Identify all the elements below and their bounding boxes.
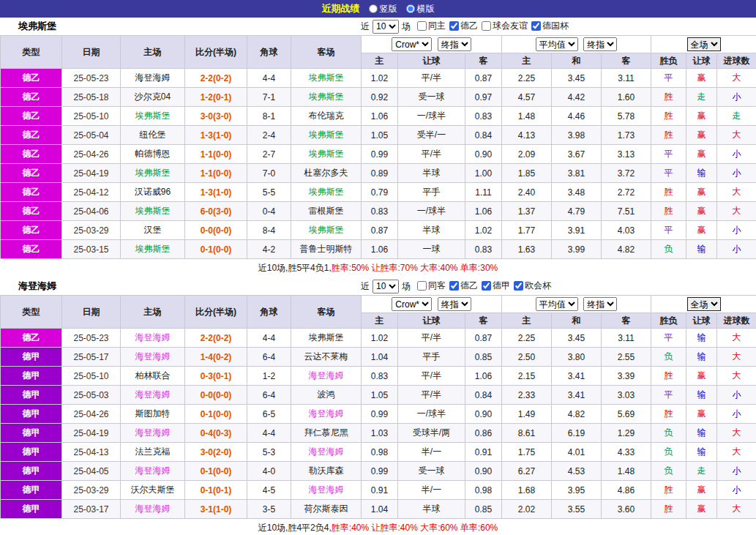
result-goals: 大 [717, 500, 756, 519]
result-outcome: 胜 [651, 107, 686, 126]
handicap-line: 受一球 [398, 88, 465, 107]
col-avg-away: 客 [602, 53, 651, 69]
col-odds-handicap: 让球 [398, 53, 465, 69]
avg-home-odds: 2.25 [502, 329, 552, 348]
avg-draw-odds: 4.53 [552, 462, 602, 481]
competition-label: 德甲 [493, 280, 510, 292]
away-team-cell: 布伦瑞克 [291, 107, 362, 126]
avg-home-odds: 1.48 [502, 107, 552, 126]
filter-controls: 近 10 场 同主德乙球会友谊德国杯 [361, 20, 569, 34]
filter-option-同主[interactable]: 同主 [417, 20, 446, 32]
home-team-cell: 帕德博恩 [121, 145, 185, 164]
match-count-select[interactable]: 10 [373, 280, 399, 293]
col-date: 日期 [62, 36, 121, 69]
filter-option-球会友谊[interactable]: 球会友谊 [482, 20, 528, 32]
date-cell: 25-04-06 [62, 202, 121, 221]
handicap-home-odds: 1.06 [362, 240, 398, 259]
corner-cell: 4-4 [247, 424, 291, 443]
match-row: 德乙25-03-15埃弗斯堡0-1(0-0)4-2普鲁士明斯特1.06一球0.8… [1, 240, 756, 259]
away-team-cell: 波鸿 [291, 386, 362, 405]
home-team-cell: 海登海姆 [121, 348, 185, 367]
average-time-select[interactable]: 终指 [583, 297, 617, 311]
match-row: 德甲25-03-17海登海姆3-1(1-0)3-5荷尔斯泰因1.04半球0.85… [1, 500, 756, 519]
handicap-line: 半球 [398, 500, 465, 519]
team-name: 海登海姆 [0, 280, 361, 293]
filter-option-欧会杯[interactable]: 欧会杯 [514, 280, 551, 292]
result-outcome: 平 [651, 69, 686, 88]
avg-away-odds: 3.13 [602, 145, 651, 164]
result-goals: 小 [717, 386, 756, 405]
match-row: 德乙25-05-04纽伦堡1-3(1-0)2-4埃弗斯堡1.05受半/一0.84… [1, 126, 756, 145]
summary-record: 近10场,胜5平4负1, [258, 262, 332, 274]
horizontal-radio[interactable] [406, 4, 415, 13]
handicap-home-odds: 1.06 [362, 107, 398, 126]
home-team-cell: 汉堡 [121, 221, 185, 240]
avg-home-odds: 4.57 [502, 88, 552, 107]
filter-option-德乙[interactable]: 德乙 [449, 20, 478, 32]
handicap-odds-header: Crow* 终指 [362, 36, 502, 53]
score-cell: 0-3(0-1) [185, 367, 247, 386]
competition-checkbox[interactable] [417, 21, 427, 31]
odds-provider-select[interactable]: Crow* [392, 37, 432, 51]
avg-away-odds: 4.03 [602, 221, 651, 240]
filter-option-同客[interactable]: 同客 [417, 280, 446, 292]
handicap-away-odds: 1.06 [465, 202, 502, 221]
score-cell: 1-4(0-2) [185, 348, 247, 367]
odds-time-select[interactable]: 终指 [438, 297, 471, 311]
competition-checkbox[interactable] [482, 281, 491, 291]
date-cell: 25-03-29 [62, 481, 121, 500]
result-outcome: 胜 [651, 405, 686, 424]
filter-option-德甲[interactable]: 德甲 [482, 280, 510, 292]
layout-option-vertical[interactable]: 竖版 [369, 3, 397, 15]
corner-cell: 4-2 [247, 240, 291, 259]
home-team-cell: 埃弗斯堡 [121, 164, 185, 183]
average-select[interactable]: 平均值 [536, 37, 578, 51]
average-select[interactable]: 平均值 [536, 297, 578, 311]
handicap-away-odds: 1.02 [465, 221, 502, 240]
away-team-cell: 埃弗斯堡 [291, 69, 362, 88]
col-score: 比分(半场) [185, 36, 247, 69]
result-handicap: 走 [686, 88, 717, 107]
match-count-select[interactable]: 10 [373, 20, 399, 34]
avg-draw-odds: 4.82 [552, 405, 602, 424]
result-goals: 大 [717, 348, 756, 367]
handicap-home-odds: 0.98 [362, 443, 398, 462]
score-cell: 6-0(3-0) [185, 202, 247, 221]
competition-checkbox[interactable] [449, 281, 459, 291]
odds-time-select[interactable]: 终指 [438, 37, 471, 51]
home-team-cell: 埃弗斯堡 [121, 240, 185, 259]
full-game-select[interactable]: 全场 [687, 37, 721, 51]
result-goals: 大 [717, 69, 756, 88]
match-rows: 德乙25-05-23海登海姆2-2(0-2)4-4埃弗斯堡1.02平/半0.87… [1, 329, 756, 519]
corner-cell: 2-4 [247, 126, 291, 145]
layout-option-horizontal[interactable]: 横版 [406, 3, 435, 15]
average-odds-header: 平均值 终指 [502, 36, 651, 53]
competition-checkbox[interactable] [531, 21, 541, 31]
league-cell: 德甲 [1, 462, 62, 481]
col-odds-home: 主 [362, 313, 398, 329]
result-handicap: 赢 [686, 69, 717, 88]
match-row: 德甲25-05-17海登海姆1-4(0-2)6-4云达不莱梅1.04平手0.85… [1, 348, 756, 367]
filter-option-德国杯[interactable]: 德国杯 [531, 20, 569, 32]
competition-checkbox[interactable] [449, 21, 459, 31]
competition-checkbox[interactable] [514, 281, 523, 291]
filter-option-德乙[interactable]: 德乙 [449, 280, 478, 292]
result-goals: 小 [717, 405, 756, 424]
match-row: 德甲25-05-10柏林联合0-3(0-1)1-2海登海姆0.83平/半1.06… [1, 367, 756, 386]
competition-checkbox[interactable] [482, 21, 491, 31]
odds-provider-select[interactable]: Crow* [392, 297, 432, 311]
competition-checkbox[interactable] [417, 281, 427, 291]
average-time-select[interactable]: 终指 [583, 37, 617, 51]
full-game-select[interactable]: 全场 [687, 297, 721, 311]
away-team-cell: 埃弗斯堡 [291, 221, 362, 240]
avg-away-odds: 3.72 [602, 164, 651, 183]
avg-home-odds: 2.33 [502, 386, 552, 405]
corner-cell: 7-0 [247, 164, 291, 183]
avg-home-odds: 1.37 [502, 202, 552, 221]
vertical-radio[interactable] [369, 4, 378, 13]
avg-home-odds: 2.02 [502, 500, 552, 519]
match-row: 德乙25-04-06埃弗斯堡6-0(3-0)0-4雷根斯堡0.83一/球半1.0… [1, 202, 756, 221]
col-result-goals: 进球数 [717, 313, 756, 329]
match-row: 德甲25-04-05海登海姆0-1(0-0)4-0勒沃库森0.99受一球0.90… [1, 462, 756, 481]
handicap-away-odds: 0.84 [465, 386, 502, 405]
